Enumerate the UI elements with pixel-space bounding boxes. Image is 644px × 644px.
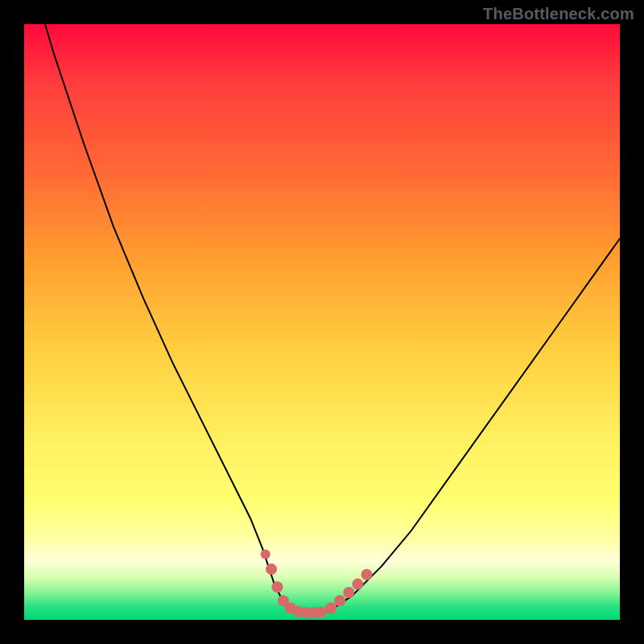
watermark-text: TheBottleneck.com bbox=[483, 5, 634, 23]
left-dot-2 bbox=[266, 564, 277, 575]
plot-area bbox=[24, 24, 620, 620]
bottom-dot-6 bbox=[316, 606, 327, 617]
left-dot-1 bbox=[261, 550, 270, 559]
chart-frame: TheBottleneck.com bbox=[0, 0, 644, 644]
bottleneck-curve bbox=[24, 24, 620, 614]
right-dot-5 bbox=[361, 569, 373, 580]
right-dot-3 bbox=[343, 587, 354, 598]
chart-svg bbox=[24, 24, 620, 620]
right-dot-1 bbox=[325, 602, 336, 613]
right-dot-2 bbox=[334, 595, 345, 606]
left-dot-3 bbox=[272, 581, 283, 592]
markers bbox=[261, 550, 373, 619]
right-dot-4 bbox=[352, 579, 363, 590]
